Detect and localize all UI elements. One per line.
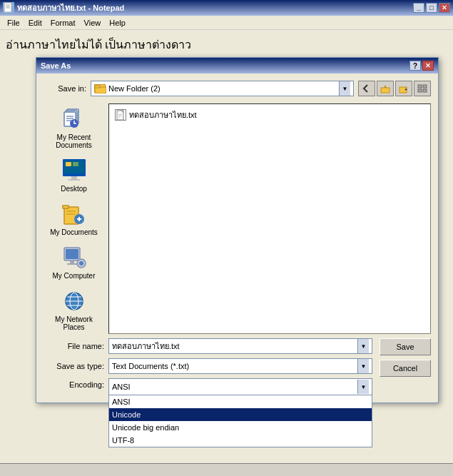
svg-point-38: [79, 261, 83, 265]
notepad-menubar: File Edit Format View Help: [0, 16, 453, 30]
encoding-current-value: ANSI: [112, 383, 357, 391]
encoding-option-unicode-big-endian[interactable]: Unicode big endian: [109, 421, 372, 434]
sidebar-label-recent: My RecentDocuments: [56, 133, 92, 149]
save-as-type-label: Save as type:: [44, 362, 104, 370]
notepad-window: ทดสอบภาษาไทย.txt - Notepad _ □ ✕ File Ed…: [0, 0, 453, 476]
sidebar-item-desktop[interactable]: Desktop: [46, 155, 103, 196]
folder-icon: [94, 84, 106, 93]
menu-help[interactable]: Help: [105, 17, 130, 29]
svg-rect-11: [418, 89, 422, 92]
file-icon: [115, 109, 126, 121]
sidebar-label-documents: My Documents: [50, 228, 98, 236]
svg-rect-9: [418, 85, 422, 88]
svg-rect-5: [95, 86, 100, 88]
sidebar-item-recent-documents[interactable]: My RecentDocuments: [46, 103, 103, 152]
dialog-help-button[interactable]: ?: [409, 61, 421, 71]
notepad-title: ทดสอบภาษาไทย.txt - Notepad: [17, 1, 124, 14]
file-name-arrow[interactable]: ▼: [357, 339, 369, 353]
file-name-row: File name: ทดสอบภาษาไทย.txt ▼: [44, 338, 372, 354]
notepad-titlebar: ทดสอบภาษาไทย.txt - Notepad _ □ ✕: [0, 0, 453, 16]
save-as-type-arrow[interactable]: ▼: [357, 359, 369, 373]
dialog-body: Save in: New Folder (2) ▼: [36, 74, 438, 402]
svg-rect-10: [423, 85, 427, 88]
sidebar-label-desktop: Desktop: [61, 185, 87, 193]
encoding-dropdown-list: ANSI Unicode Unicode big endian UTF-8: [108, 395, 372, 447]
svg-rect-32: [78, 217, 80, 221]
svg-rect-34: [66, 249, 78, 259]
minimize-button[interactable]: _: [413, 3, 424, 13]
sidebar-label-computer: My Computer: [52, 272, 95, 280]
svg-text:+: +: [404, 87, 407, 92]
svg-rect-27: [63, 206, 68, 208]
desktop-icon: [61, 158, 87, 183]
menu-edit[interactable]: Edit: [24, 17, 46, 29]
network-icon: [61, 288, 87, 314]
dialog-close-button[interactable]: ✕: [422, 61, 434, 71]
my-computer-icon: [61, 245, 87, 270]
save-in-label: Save in:: [44, 84, 86, 93]
up-folder-button[interactable]: [377, 81, 394, 96]
toolbar-buttons: +: [358, 81, 431, 96]
recent-docs-icon: [61, 106, 87, 132]
save-as-type-row: Save as type: Text Documents (*.txt) ▼: [44, 358, 372, 374]
file-name: ทดสอบภาษาไทย.txt: [129, 108, 197, 121]
file-name-input[interactable]: ทดสอบภาษาไทย.txt ▼: [108, 338, 372, 354]
cancel-button[interactable]: Cancel: [380, 360, 431, 377]
maximize-button[interactable]: □: [426, 3, 437, 13]
file-list-area[interactable]: ทดสอบภาษาไทย.txt: [108, 103, 431, 334]
save-button[interactable]: Save: [380, 338, 431, 355]
back-button[interactable]: [358, 81, 375, 96]
notepad-window-icon: [3, 2, 14, 14]
sidebar-label-network: My NetworkPlaces: [55, 315, 93, 331]
save-in-value: New Folder (2): [108, 84, 161, 93]
sidebar-item-my-computer[interactable]: My Computer: [46, 242, 103, 283]
sidebar: My RecentDocuments: [44, 103, 104, 334]
encoding-option-ansi[interactable]: ANSI: [109, 395, 372, 408]
dialog-title: Save As: [41, 61, 71, 70]
fields-and-buttons: File name: ทดสอบภาษาไทย.txt ▼ Save as ty…: [44, 338, 431, 395]
encoding-row: Encoding: ANSI ▼ ANSI Unicode: [44, 378, 372, 395]
my-documents-icon: [61, 201, 87, 227]
view-button[interactable]: [414, 81, 431, 96]
sidebar-item-my-documents[interactable]: My Documents: [46, 198, 103, 239]
action-buttons: Save Cancel: [380, 338, 431, 395]
svg-rect-22: [71, 176, 77, 179]
svg-rect-35: [70, 260, 74, 263]
encoding-option-unicode[interactable]: Unicode: [109, 408, 372, 421]
encoding-arrow[interactable]: ▼: [357, 380, 369, 394]
sidebar-item-my-network[interactable]: My NetworkPlaces: [46, 285, 103, 334]
save-as-dialog: Save As ? ✕ Save in: New Fol: [36, 57, 439, 403]
save-in-combo[interactable]: New Folder (2) ▼: [91, 81, 354, 96]
menu-file[interactable]: File: [3, 17, 24, 29]
encoding-selected[interactable]: ANSI ▼: [109, 379, 372, 395]
file-name-value: ทดสอบภาษาไทย.txt: [112, 340, 357, 353]
svg-rect-24: [66, 162, 71, 166]
save-in-arrow[interactable]: ▼: [339, 81, 350, 96]
file-entry[interactable]: ทดสอบภาษาไทย.txt: [112, 107, 427, 123]
notepad-text: อ่านภาษาไทยไม่ได้ เป็นภาษาต่างดาว: [6, 39, 191, 51]
dialog-titlebar: Save As ? ✕: [36, 58, 438, 74]
menu-view[interactable]: View: [80, 17, 106, 29]
main-area: My RecentDocuments: [44, 103, 431, 334]
encoding-option-utf8[interactable]: UTF-8: [109, 434, 372, 447]
svg-rect-23: [68, 179, 80, 181]
encoding-dropdown[interactable]: ANSI ▼ ANSI Unicode Unicode big endian U…: [108, 378, 372, 395]
notepad-content-area: อ่านภาษาไทยไม่ได้ เป็นภาษาต่างดาว: [0, 30, 453, 59]
file-name-label: File name:: [44, 342, 104, 350]
svg-rect-25: [73, 162, 78, 166]
save-as-type-combo[interactable]: Text Documents (*.txt) ▼: [108, 358, 372, 374]
svg-rect-6: [381, 88, 390, 93]
dialog-titlebar-buttons: ? ✕: [409, 61, 434, 71]
save-in-row: Save in: New Folder (2) ▼: [44, 81, 431, 96]
menu-format[interactable]: Format: [46, 17, 80, 29]
close-button[interactable]: ✕: [439, 3, 450, 13]
fields-section: File name: ทดสอบภาษาไทย.txt ▼ Save as ty…: [44, 338, 372, 395]
status-bar: [0, 463, 453, 476]
save-as-type-value: Text Documents (*.txt): [112, 362, 357, 370]
new-folder-button[interactable]: +: [395, 81, 412, 96]
encoding-combo-box[interactable]: ANSI ▼: [108, 378, 372, 395]
svg-rect-12: [423, 89, 427, 92]
encoding-label: Encoding:: [44, 380, 104, 389]
svg-rect-36: [67, 263, 77, 265]
titlebar-buttons: _ □ ✕: [413, 3, 450, 13]
